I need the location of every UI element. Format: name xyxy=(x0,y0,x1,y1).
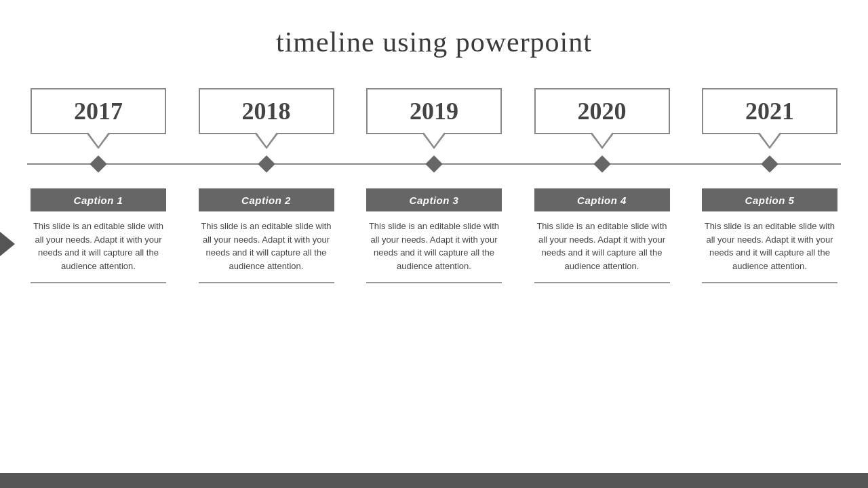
slide-title: timeline using powerpoint xyxy=(0,0,868,58)
year-box-wrapper-1: 2017 xyxy=(27,88,170,134)
caption-divider-4 xyxy=(534,282,670,283)
caption-col-1: Caption 1 This slide is an editable slid… xyxy=(27,188,170,283)
year-box-wrapper-5: 2021 xyxy=(698,88,841,134)
year-box-wrapper-4: 2020 xyxy=(531,88,673,134)
diamond-wrapper-1 xyxy=(27,158,170,170)
year-label-1: 2017 xyxy=(74,97,123,125)
caption-divider-1 xyxy=(31,282,166,283)
diamond-wrapper-2 xyxy=(195,158,338,170)
caption-label-1: Caption 1 xyxy=(31,188,166,211)
diamond-3 xyxy=(425,155,442,172)
year-label-3: 2019 xyxy=(410,97,458,125)
caption-label-4: Caption 4 xyxy=(534,188,670,211)
diamond-wrapper-3 xyxy=(363,158,505,170)
caption-text-1: This slide is an editable slide with all… xyxy=(31,220,166,272)
captions-row: Caption 1 This slide is an editable slid… xyxy=(27,188,841,283)
caption-label-3: Caption 3 xyxy=(366,188,502,211)
year-box-1: 2017 xyxy=(31,88,166,134)
caption-col-5: Caption 5 This slide is an editable slid… xyxy=(698,188,841,283)
caption-text-3: This slide is an editable slide with all… xyxy=(366,220,502,272)
caption-col-4: Caption 4 This slide is an editable slid… xyxy=(531,188,673,283)
caption-col-3: Caption 3 This slide is an editable slid… xyxy=(363,188,505,283)
year-boxes-row: 2017 2018 2019 2020 2021 xyxy=(27,88,841,134)
caption-text-5: This slide is an editable slide with all… xyxy=(702,220,837,272)
year-box-2: 2018 xyxy=(199,88,334,134)
diamond-4 xyxy=(593,155,610,172)
year-box-5: 2021 xyxy=(702,88,837,134)
caption-text-4: This slide is an editable slide with all… xyxy=(534,220,670,272)
slide: timeline using powerpoint 2017 2018 2019 xyxy=(0,0,868,488)
caption-label-5: Caption 5 xyxy=(702,188,837,211)
caption-divider-3 xyxy=(366,282,502,283)
left-arrow-icon xyxy=(0,232,15,256)
year-label-5: 2021 xyxy=(745,97,794,125)
diamond-2 xyxy=(258,155,275,172)
timeline-line-container xyxy=(27,150,841,178)
caption-divider-2 xyxy=(199,282,334,283)
diamond-1 xyxy=(90,155,106,172)
year-box-4: 2020 xyxy=(534,88,670,134)
timeline-area: 2017 2018 2019 2020 2021 xyxy=(27,88,841,283)
diamonds-row xyxy=(27,158,841,170)
year-box-wrapper-3: 2019 xyxy=(363,88,505,134)
year-label-2: 2018 xyxy=(242,97,291,125)
caption-divider-5 xyxy=(702,282,837,283)
bottom-bar xyxy=(0,473,868,488)
year-box-3: 2019 xyxy=(366,88,502,134)
year-label-4: 2020 xyxy=(578,97,627,125)
caption-label-2: Caption 2 xyxy=(199,188,334,211)
diamond-wrapper-4 xyxy=(531,158,673,170)
diamond-5 xyxy=(761,155,778,172)
diamond-wrapper-5 xyxy=(698,158,841,170)
year-box-wrapper-2: 2018 xyxy=(195,88,338,134)
caption-col-2: Caption 2 This slide is an editable slid… xyxy=(195,188,338,283)
caption-text-2: This slide is an editable slide with all… xyxy=(199,220,334,272)
